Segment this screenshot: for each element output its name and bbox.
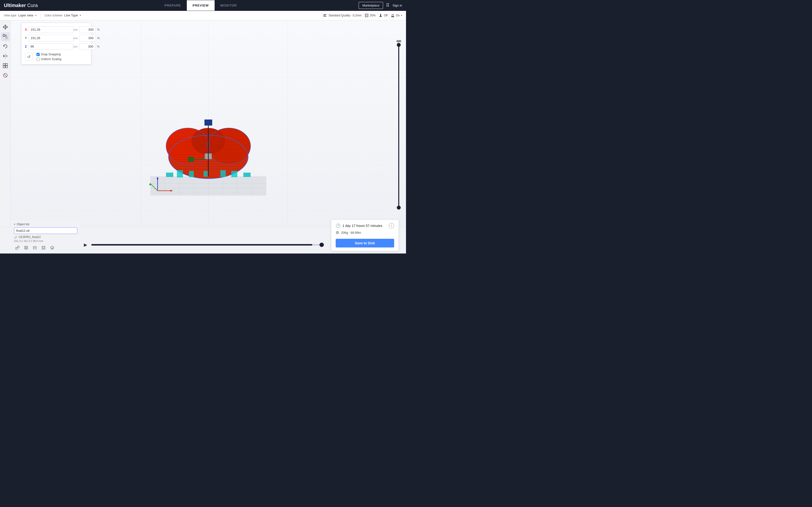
header: Ultimaker Cura PREPARE PREVIEW MONITOR M… <box>0 0 406 11</box>
time-row: 🕐 1 day 17 hours 57 minutes i <box>336 223 394 228</box>
signin-button[interactable]: Sign in <box>393 4 402 7</box>
svg-rect-62 <box>243 173 251 177</box>
perspective-view-button[interactable] <box>14 244 21 251</box>
svg-line-75 <box>16 236 17 237</box>
support-blocker-icon <box>3 73 8 78</box>
svg-rect-17 <box>3 63 5 65</box>
axis-label-z: Z <box>25 45 27 48</box>
svg-rect-7 <box>379 16 382 17</box>
mirror-icon <box>3 53 8 59</box>
layer-slider[interactable]: 480 <box>396 40 401 208</box>
toolbar-divider-2 <box>321 12 321 18</box>
svg-rect-1 <box>323 15 326 16</box>
mirror-tool-button[interactable] <box>1 52 10 60</box>
y-percent-input[interactable]: 300 <box>79 35 96 41</box>
layer-slider-thumb-top[interactable] <box>397 43 401 47</box>
scale-row-z: Z 96 mm 300 % <box>25 43 88 50</box>
app-logo: Ultimaker Cura <box>4 3 38 8</box>
object-list-panel: ▾ Object list CE3PRO_final12 151.3 x 151… <box>11 220 81 253</box>
permodel-tool-button[interactable] <box>1 61 10 70</box>
quality-icon <box>323 13 327 18</box>
svg-rect-19 <box>3 66 5 68</box>
clock-icon: 🕐 <box>336 223 341 228</box>
tab-preview[interactable]: PREVIEW <box>187 0 215 11</box>
scale-tool-button[interactable] <box>1 32 10 41</box>
object-subtitle: CE3PRO_final12 <box>14 235 77 239</box>
info-detail-button[interactable]: i <box>389 223 394 228</box>
adhesion-setting: On ▾ <box>391 13 402 17</box>
svg-rect-60 <box>231 171 237 177</box>
logo-bold: Ultimaker <box>4 3 26 8</box>
snap-snapping-checkbox[interactable]: Snap Snapping <box>37 53 61 56</box>
tab-prepare[interactable]: PREPARE <box>159 0 187 11</box>
object-name-input[interactable] <box>14 227 77 234</box>
svg-rect-59 <box>220 170 226 177</box>
logo-light: Cura <box>26 3 38 8</box>
iso-view-button[interactable] <box>49 244 56 251</box>
x-percent-input[interactable]: 300 <box>79 26 96 33</box>
toolbar: View type Layer view ▾ Color scheme Line… <box>0 11 406 20</box>
color-scheme-chevron[interactable]: ▾ <box>80 14 81 17</box>
x-dimension-input[interactable]: 151.26 <box>29 26 73 33</box>
scrubber-track[interactable] <box>91 244 324 245</box>
top-view-button[interactable] <box>40 244 47 251</box>
scale-panel: X 151.26 mm 300 % Y 151.26 mm 300 % Z 96… <box>21 23 91 64</box>
play-button[interactable]: ▶ <box>82 241 89 248</box>
uniform-scaling-input[interactable] <box>37 58 40 61</box>
layer-slider-track[interactable] <box>398 45 399 208</box>
view-type-group: View type Layer view ▾ <box>4 13 37 17</box>
side-view-icon <box>33 245 37 250</box>
z-dimension-input[interactable]: 96 <box>28 43 73 50</box>
permodel-icon <box>3 63 8 68</box>
uniform-scaling-label: Uniform Scaling <box>41 57 61 61</box>
toolbar-divider-1 <box>40 12 41 18</box>
object-actions <box>14 244 77 251</box>
guide-line-v3 <box>287 20 288 227</box>
axis-label-y: Y <box>25 36 27 40</box>
support-value: Off <box>384 14 388 17</box>
y-unit: mm <box>73 37 78 40</box>
tab-monitor[interactable]: MONITOR <box>215 0 243 11</box>
front-view-button[interactable] <box>23 244 30 251</box>
timeline-area: ▶ <box>82 241 324 248</box>
svg-marker-16 <box>6 55 7 57</box>
object-dims: 151.3 x 151.3 x 96.0 mm <box>14 239 77 242</box>
marketplace-button[interactable]: Marketplace <box>359 2 383 9</box>
y-dimension-input[interactable]: 151.26 <box>29 35 73 41</box>
header-right: Marketplace ⠿ Sign in <box>359 2 402 9</box>
axis-label-x: X <box>25 28 27 32</box>
svg-rect-3 <box>365 14 368 17</box>
z-unit: mm <box>73 45 78 48</box>
z-percent-input[interactable]: 300 <box>79 43 95 50</box>
svg-rect-18 <box>6 63 7 65</box>
support-tool-button[interactable] <box>1 71 10 80</box>
adhesion-chevron[interactable]: ▾ <box>401 14 402 17</box>
perspective-icon <box>15 245 19 250</box>
object-list-header[interactable]: ▾ Object list <box>14 223 77 226</box>
move-tool-button[interactable] <box>1 23 10 32</box>
quality-settings: Standard Quality - 0.2mm 20% Off On ▾ <box>321 12 402 18</box>
rotate-icon <box>3 44 8 49</box>
scale-icon <box>3 34 8 39</box>
svg-rect-61 <box>166 173 173 177</box>
uniform-scaling-checkbox[interactable]: Uniform Scaling <box>37 57 61 61</box>
rotate-tool-button[interactable] <box>1 42 10 51</box>
object-list-label: Object list <box>17 223 30 226</box>
layer-slider-thumb-bottom[interactable] <box>397 206 401 210</box>
scrubber-thumb[interactable] <box>319 243 324 247</box>
view-type-chevron[interactable]: ▾ <box>35 14 37 17</box>
save-to-disk-button[interactable]: Save to Disk <box>336 239 394 247</box>
edit-icon <box>14 235 17 239</box>
grid-icon[interactable]: ⠿ <box>386 2 390 8</box>
weight-icon: ⚙ <box>336 230 339 235</box>
side-view-button[interactable] <box>32 244 38 251</box>
weight-row: ⚙ 206g · 68.99m <box>336 230 394 235</box>
snap-snapping-input[interactable] <box>37 53 40 56</box>
view-type-label: View type <box>4 14 16 17</box>
scrubber-fill <box>91 244 312 245</box>
viewport[interactable]: X 151.26 mm 300 % Y 151.26 mm 300 % Z 96… <box>11 20 406 227</box>
svg-rect-79 <box>26 247 27 248</box>
reset-scale-button[interactable]: ↺ <box>25 53 33 61</box>
svg-rect-80 <box>33 246 36 249</box>
x-unit: mm <box>73 28 78 31</box>
